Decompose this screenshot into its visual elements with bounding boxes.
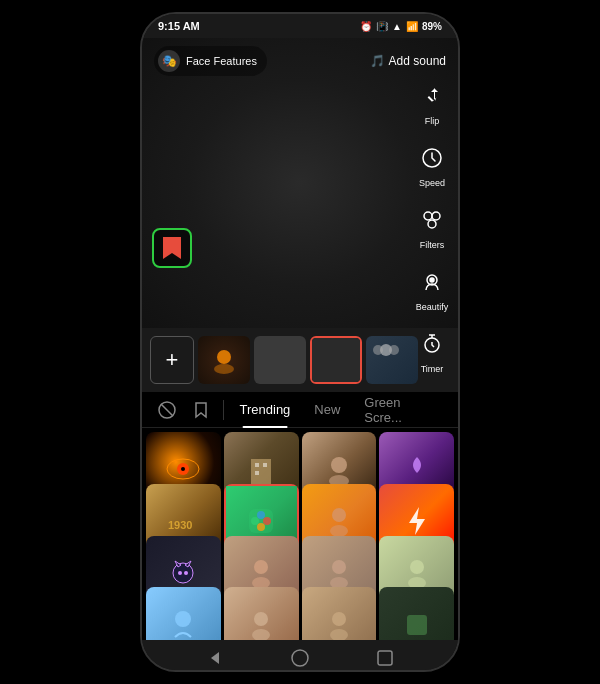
bookmark-button[interactable] — [152, 228, 192, 268]
alarm-icon: ⏰ — [360, 21, 372, 32]
tab-trending-label: Trending — [240, 402, 291, 417]
svg-point-10 — [373, 345, 383, 355]
speed-icon — [414, 140, 450, 176]
status-bar: 9:15 AM ⏰ 📳 ▲ 📶 89% — [142, 14, 458, 38]
phone-frame: 9:15 AM ⏰ 📳 ▲ 📶 89% 🎭 Face Features 🎵 Ad… — [140, 12, 460, 672]
speed-label: Speed — [419, 178, 445, 188]
add-sound-label: Add sound — [389, 54, 446, 68]
flip-label: Flip — [425, 116, 440, 126]
svg-point-21 — [331, 457, 347, 473]
tab-new-label: New — [314, 402, 340, 417]
tab-new[interactable]: New — [302, 392, 352, 428]
svg-point-37 — [332, 560, 346, 574]
camera-area: 🎭 Face Features 🎵 Add sound Flip — [142, 38, 458, 328]
top-bar: 🎭 Face Features 🎵 Add sound — [142, 46, 458, 76]
clip-1[interactable] — [198, 336, 250, 384]
battery: 89% — [422, 21, 442, 32]
svg-point-1 — [424, 212, 432, 220]
effect-anime[interactable]: ⬇ — [146, 587, 221, 640]
svg-line-13 — [161, 404, 173, 416]
svg-point-27 — [257, 511, 265, 519]
svg-point-8 — [214, 364, 234, 374]
svg-point-26 — [263, 517, 271, 525]
back-button[interactable] — [201, 644, 229, 672]
face-icon: 🎭 — [158, 50, 180, 72]
svg-rect-20 — [255, 471, 259, 475]
svg-point-25 — [251, 517, 259, 525]
beautify-tool[interactable]: Beautify — [414, 264, 450, 312]
face-features-button[interactable]: 🎭 Face Features — [154, 46, 267, 76]
clip-2[interactable] — [254, 336, 306, 384]
filters-tool[interactable]: Filters — [414, 202, 450, 250]
tab-green-screen-label: Green Scre... — [364, 395, 438, 425]
add-sound-button[interactable]: 🎵 Add sound — [370, 54, 446, 68]
no-effect-icon[interactable] — [150, 392, 184, 428]
effect-extra[interactable] — [379, 587, 454, 640]
filters-label: Filters — [420, 240, 445, 250]
svg-marker-31 — [409, 507, 425, 535]
svg-point-45 — [330, 629, 348, 640]
recents-button[interactable] — [371, 644, 399, 672]
flip-tool[interactable]: Flip — [414, 78, 450, 126]
svg-point-3 — [428, 220, 436, 228]
svg-rect-49 — [378, 651, 392, 665]
svg-point-28 — [257, 523, 265, 531]
svg-point-32 — [173, 563, 193, 583]
svg-point-29 — [332, 508, 346, 522]
flip-icon — [414, 78, 450, 114]
svg-point-16 — [181, 467, 185, 471]
svg-point-34 — [184, 571, 188, 575]
svg-point-33 — [178, 571, 182, 575]
svg-rect-46 — [407, 615, 427, 635]
effects-tabs: Trending New Green Scre... — [142, 392, 458, 428]
time: 9:15 AM — [158, 20, 200, 32]
timer-tool[interactable]: Timer — [414, 326, 450, 374]
add-clip-button[interactable]: + — [150, 336, 194, 384]
svg-point-44 — [332, 612, 346, 626]
nav-bar — [142, 640, 458, 672]
tab-green-screen[interactable]: Green Scre... — [352, 392, 450, 428]
timer-icon — [414, 326, 450, 362]
effect-lady5[interactable] — [302, 587, 377, 640]
svg-point-39 — [410, 560, 424, 574]
wifi-icon: ▲ — [392, 21, 402, 32]
svg-point-42 — [254, 612, 268, 626]
svg-point-2 — [432, 212, 440, 220]
clip-4[interactable] — [366, 336, 418, 384]
music-icon: 🎵 — [370, 54, 385, 68]
effects-grid: ⬇ ⬇ — [142, 428, 458, 640]
svg-point-48 — [292, 650, 308, 666]
saved-effects-icon[interactable] — [184, 392, 218, 428]
right-toolbar: Flip Speed — [414, 78, 450, 374]
tab-trending[interactable]: Trending — [228, 392, 303, 428]
filters-icon — [414, 202, 450, 238]
speed-tool[interactable]: Speed — [414, 140, 450, 188]
timer-label: Timer — [421, 364, 444, 374]
svg-rect-19 — [263, 463, 267, 467]
home-button[interactable] — [286, 644, 314, 672]
beautify-label: Beautify — [416, 302, 449, 312]
svg-rect-18 — [255, 463, 259, 467]
bookmark-icon — [163, 237, 181, 259]
effect-lady4[interactable]: ⬇ — [224, 587, 299, 640]
svg-rect-17 — [251, 459, 271, 485]
svg-marker-47 — [211, 652, 219, 664]
signal-icon: 📶 — [406, 21, 418, 32]
svg-text:1930: 1930 — [168, 519, 192, 531]
svg-point-35 — [254, 560, 268, 574]
clip-3[interactable] — [310, 336, 362, 384]
svg-point-41 — [175, 611, 191, 627]
effects-container: Trending New Green Scre... ⬇ — [142, 392, 458, 640]
svg-point-43 — [252, 629, 270, 640]
svg-point-11 — [389, 345, 399, 355]
face-features-label: Face Features — [186, 55, 257, 67]
status-icons: ⏰ 📳 ▲ 📶 89% — [360, 21, 442, 32]
svg-point-5 — [430, 278, 434, 282]
tab-divider — [223, 400, 224, 420]
svg-point-7 — [217, 350, 231, 364]
vibrate-icon: 📳 — [376, 21, 388, 32]
clips-strip: + — [142, 328, 458, 392]
beautify-icon — [414, 264, 450, 300]
